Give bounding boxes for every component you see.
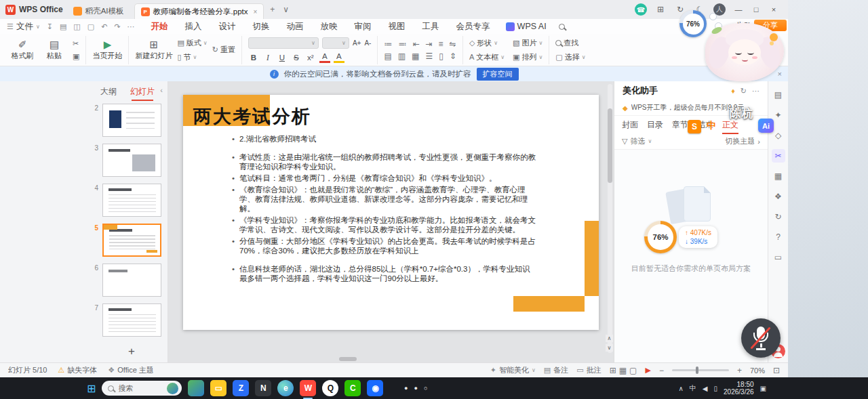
qq-app-icon[interactable]: Q [322, 380, 338, 396]
zoom-in-button[interactable]: + [737, 366, 742, 375]
normal-view-icon[interactable]: ⊞ [610, 366, 616, 375]
paste-button[interactable]: ▤ 粘贴 [41, 39, 68, 61]
tab-outline[interactable]: 大纲 [100, 86, 117, 98]
ribbon-tab[interactable]: 动画 [285, 20, 305, 33]
decrease-font-button[interactable]: A- [364, 39, 371, 47]
slide-thumbnail[interactable]: 6 [89, 264, 161, 297]
help-icon[interactable]: ? [772, 230, 785, 244]
slide-sorter-icon[interactable]: ▦ [619, 366, 627, 375]
line-spacing-icon[interactable]: ≡ [439, 40, 443, 48]
wps-ai-menu[interactable]: WPS AI [506, 22, 547, 31]
slide-thumbnail-preview[interactable] [102, 224, 161, 257]
copy-icon[interactable]: ▣ [73, 52, 79, 61]
history-version-icon[interactable]: ↻ [772, 210, 785, 224]
ribbon-tab[interactable]: 放映 [319, 20, 339, 33]
slide-title[interactable]: 两大考试分析 [193, 104, 311, 129]
columns-icon[interactable]: ▯ [439, 52, 443, 60]
missing-font-warning[interactable]: ⚠缺失字体 [58, 365, 97, 375]
tab-slides[interactable]: 幻灯片 [130, 86, 155, 98]
chart-helper-icon[interactable]: ▦ [772, 169, 785, 183]
font-family-select[interactable]: ∨ [248, 37, 319, 49]
redo-icon[interactable]: ↷ [114, 22, 120, 31]
export-icon[interactable]: ▢ [87, 22, 94, 31]
indent-decrease-icon[interactable]: ⇤ [412, 40, 419, 48]
filter-button[interactable]: ▽筛选∨ [622, 136, 652, 146]
bold-button[interactable]: B [248, 52, 259, 63]
ribbon-tab[interactable]: 插入 [184, 20, 203, 33]
taskbar-clock[interactable]: 18:50 2026/3/26 [724, 381, 754, 396]
start-button[interactable]: ⊞ [87, 382, 96, 395]
reset-button[interactable]: ↻重置 [212, 45, 235, 55]
find-button[interactable]: 查找 [555, 38, 585, 48]
textbox-button[interactable]: A文本框∨ [469, 52, 505, 62]
align-left-icon[interactable]: ▤ [384, 52, 391, 60]
close-button[interactable]: × [765, 3, 783, 16]
slide-thumbnail[interactable]: 2 [89, 104, 161, 137]
slide-thumbnail[interactable]: 7 [89, 303, 161, 337]
minimize-button[interactable]: — [730, 3, 747, 16]
theme-indicator[interactable]: ❖Office 主题 [108, 365, 153, 375]
align-center-icon[interactable]: ▥ [398, 52, 406, 60]
wps-ai-floating-badge[interactable]: Ai [758, 119, 774, 133]
slide-thumbnail-preview[interactable] [102, 184, 161, 217]
number-list-icon[interactable]: ≕ [398, 40, 406, 48]
format-painter-button[interactable]: ✐ 格式刷 [9, 39, 36, 61]
next-slide-button[interactable]: ∨ [606, 344, 613, 352]
play-from-current-button[interactable]: ▶ 当页开始 [92, 39, 122, 61]
ribbon-tab[interactable]: 审阅 [353, 20, 373, 33]
cut-icon[interactable]: ✂ [73, 39, 79, 48]
doc-tab-templates[interactable]: 稻壳AI模板 [67, 3, 130, 19]
print-icon[interactable]: ▤ [60, 22, 66, 31]
shapes-button[interactable]: ◇形状∨ [469, 38, 505, 48]
add-slide-button[interactable]: + [128, 345, 135, 358]
refresh-icon[interactable]: ↻ [741, 87, 747, 96]
previous-slide-button[interactable]: ∧ [606, 335, 613, 342]
slideshow-button[interactable]: ▶ [645, 366, 650, 375]
slide-thumbnail[interactable]: 4 [89, 184, 161, 217]
superscript-button[interactable]: x² [305, 52, 316, 63]
indent-increase-icon[interactable]: ⇥ [425, 40, 432, 48]
ribbon-tab[interactable]: 开始 [150, 20, 170, 33]
strikethrough-button[interactable]: S [291, 52, 302, 63]
tab-close-icon[interactable]: × [254, 8, 258, 16]
maximize-button[interactable]: □ [747, 3, 765, 16]
highlight-button[interactable]: A [334, 52, 344, 63]
slide-thumbnail[interactable]: 5 [89, 224, 161, 257]
bullet-list-icon[interactable]: ≔ [384, 40, 392, 48]
layout-button[interactable]: ▤版式∨ [177, 38, 207, 48]
tab-list-button[interactable]: ∨ [281, 5, 291, 14]
slide-thumbnail-preview[interactable] [102, 144, 161, 177]
zoom-slider-thumb[interactable] [696, 366, 698, 374]
justify-icon[interactable]: ☰ [425, 52, 433, 60]
ime-indicator[interactable]: 中 [690, 383, 696, 393]
horizontal-scrollbar-thumb[interactable] [339, 357, 357, 361]
taskbar-search[interactable]: 搜索 [102, 381, 182, 396]
slide-thumbnail-preview[interactable] [102, 303, 161, 337]
expand-storage-button[interactable]: 扩容空间 [477, 68, 519, 81]
search-icon[interactable] [559, 24, 565, 30]
undo-icon[interactable]: ↶ [101, 22, 107, 31]
arrange-button[interactable]: ▣排列∨ [513, 52, 542, 62]
z-app-icon[interactable]: Z [233, 380, 249, 396]
ribbon-tab[interactable]: 工具 [421, 20, 441, 33]
collapse-sidebar-icon[interactable]: ‹ [160, 86, 163, 94]
notification-center-icon[interactable]: ▣ [760, 385, 766, 392]
meeting-app-icon[interactable]: ◉ [367, 380, 383, 396]
slide-bullet[interactable]: 分值与侧重：大部分地区《学科专业知识》的占比会更高。我去年考试的时候学科是占70… [231, 236, 537, 255]
slide-bullet[interactable]: 2.湖北省教师招聘考试 [231, 134, 537, 144]
battery-icon[interactable]: ▯ [714, 385, 718, 392]
fit-to-window-button[interactable]: ⊡ [773, 366, 780, 375]
slide-bullet[interactable]: 笔试科目：通常也考两门，分别是《教育综合知识》和《学科专业知识》。 [231, 173, 537, 183]
wps-home-button[interactable]: W WPS Office [5, 5, 63, 15]
volume-icon[interactable]: ◀ [703, 385, 708, 392]
doc-tab-current[interactable]: P 教师编制备考经验分享.pptx × [134, 3, 264, 19]
select-button[interactable]: ▢选择∨ [555, 52, 585, 62]
tray-expand-icon[interactable]: ∧ [679, 385, 684, 392]
section-button[interactable]: ▯节∨ [177, 52, 207, 62]
underline-button[interactable]: U [277, 52, 288, 63]
ribbon-tab[interactable]: 切换 [252, 20, 271, 33]
feedback-icon[interactable]: ▭ [772, 251, 785, 264]
wps-app-icon[interactable]: W [300, 380, 316, 396]
more-icon[interactable]: ⋯ [752, 87, 760, 96]
smart-beautify-button[interactable]: ✦智能美化∨ [490, 365, 536, 375]
